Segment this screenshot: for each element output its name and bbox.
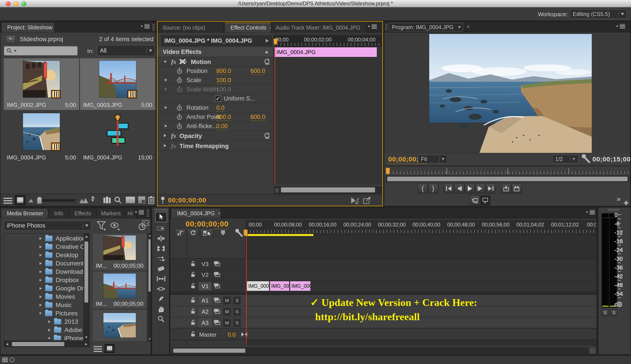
timeline-playhead-pin-icon[interactable] (243, 229, 248, 236)
bin-up-button[interactable]: ⬑ (6, 36, 15, 43)
panel-menu-button[interactable] (367, 24, 377, 29)
track-label[interactable]: A1 (199, 296, 211, 305)
play-audio-button[interactable] (350, 196, 360, 204)
mb-list-view-button[interactable] (94, 346, 102, 352)
thumbs-vscroll[interactable] (148, 233, 151, 342)
timeline-clip-3[interactable]: IMG_000 (290, 281, 311, 291)
panel-grip-icon[interactable] (608, 209, 620, 211)
program-ruler[interactable] (386, 166, 629, 175)
go-to-in-button[interactable] (444, 184, 454, 194)
tree-vscroll-thumb[interactable] (84, 241, 88, 303)
rotation-row[interactable]: Rotation 0.0 (158, 103, 382, 112)
panel-menu-button[interactable] (135, 210, 144, 214)
timeline-ruler[interactable]: 00;00 00;00;08;00 00;00;16;00 00;00;24;0… (246, 220, 596, 236)
timeline-clip-2[interactable]: IMG_000 (270, 281, 289, 291)
titlebar[interactable]: /Users/ryan/Desktop/Demo/DPS Athletics/V… (0, 0, 631, 8)
scroll-up-arrow[interactable] (85, 235, 88, 238)
zoom-tool[interactable] (152, 314, 170, 324)
list-view-button[interactable] (4, 197, 12, 204)
new-bin-button[interactable] (126, 197, 135, 203)
track-output-toggle[interactable] (213, 297, 221, 303)
tree-item-applications[interactable]: Applications (4, 235, 83, 242)
tree-item-documents[interactable]: Documents (4, 260, 83, 267)
panel-grip-icon[interactable] (155, 209, 168, 211)
lock-icon[interactable] (190, 261, 196, 267)
slip-tool[interactable] (152, 274, 170, 284)
track-output-toggle[interactable] (213, 271, 221, 278)
program-scrollbar-thumb[interactable] (387, 176, 628, 181)
tree-item-2013[interactable]: 2013 (4, 318, 83, 325)
tree-hscroll-thumb[interactable] (12, 342, 65, 346)
tree-item-downloads[interactable]: Downloads (4, 268, 83, 275)
media-type-button[interactable] (138, 220, 149, 230)
collapsed-icon[interactable] (165, 106, 167, 109)
fit-dropdown[interactable]: Fit (418, 154, 448, 164)
timeline-hscroll[interactable] (172, 348, 588, 354)
expand-icon[interactable] (40, 237, 42, 240)
expand-icon[interactable] (40, 304, 42, 306)
tree-item-google-drive[interactable]: Google Driv (4, 285, 83, 292)
minimize-window-button[interactable] (14, 1, 19, 6)
mute-button[interactable]: M (223, 319, 231, 326)
icon-view-button[interactable] (15, 195, 26, 205)
solo-button[interactable]: S (233, 319, 241, 326)
track-output-toggle[interactable] (213, 319, 221, 326)
collapsed-icon[interactable] (164, 144, 167, 147)
export-icon-button[interactable] (363, 196, 371, 204)
scroll-grip[interactable] (275, 188, 279, 192)
panel-menu-button[interactable] (585, 210, 595, 214)
zoom-window-button[interactable] (22, 1, 26, 6)
timeline-timecode[interactable]: 00;00;00;00 (186, 220, 229, 229)
comment-button[interactable] (480, 195, 490, 206)
meter-clip-indicator-left[interactable] (602, 214, 609, 218)
project-item-img0002[interactable]: IMG_0002.JPG5;00 (4, 58, 79, 110)
close-icon[interactable]: × (467, 24, 470, 30)
step-back-button[interactable] (454, 184, 464, 194)
work-area-bar[interactable] (247, 234, 314, 236)
tab-info[interactable]: Info (49, 208, 69, 218)
effects-clip-title-bar[interactable]: IMG_0004.JPG * IMG_0004.JPG (161, 35, 272, 46)
expand-icon[interactable] (40, 279, 42, 282)
sequence-marker-button[interactable] (187, 228, 199, 238)
video-effects-header[interactable]: Video Effects (158, 47, 274, 57)
solo-left-button[interactable]: S (601, 310, 609, 316)
program-source-dropdown[interactable]: Program: IMG_0004.JPG (389, 23, 463, 32)
track-output-toggle[interactable] (213, 260, 221, 267)
track-output-toggle[interactable] (213, 308, 221, 314)
effects-hscroll-track[interactable] (274, 186, 382, 194)
tab-media-browser[interactable]: Media Browser × (1, 208, 48, 218)
expand-icon[interactable] (40, 296, 42, 298)
playback-resolution-dropdown[interactable]: 1/2 (552, 154, 578, 164)
tree-item-desktop[interactable]: Desktop (4, 252, 83, 259)
expand-icon[interactable] (40, 287, 42, 290)
panel-menu-button[interactable] (140, 24, 150, 28)
tab-source[interactable]: Source: (no clips) (159, 22, 223, 33)
slide-tool[interactable] (152, 284, 170, 294)
lock-icon[interactable] (190, 283, 196, 289)
extract-button[interactable] (512, 184, 522, 194)
close-icon[interactable]: × (270, 25, 271, 31)
step-forward-button[interactable] (475, 184, 485, 194)
solo-right-button[interactable]: S (610, 310, 618, 316)
collapse-icon[interactable] (39, 312, 42, 314)
more-buttons-chevrons[interactable]: » (616, 194, 621, 203)
sort-button[interactable] (91, 196, 95, 202)
rotation-value[interactable]: 0.0 (216, 104, 225, 112)
uniform-scale-row[interactable]: ✓ Uniform S... (158, 94, 382, 103)
expand-icon[interactable] (48, 329, 50, 332)
collapsed-icon[interactable] (164, 134, 167, 137)
track-label[interactable]: A2 (199, 308, 211, 316)
button-editor-plus[interactable]: + (623, 198, 628, 208)
scroll-up-arrow[interactable] (148, 234, 152, 237)
tab-sequence[interactable]: IMG_0004.JPG × (171, 208, 221, 218)
play-button[interactable] (465, 184, 475, 194)
stopwatch-icon[interactable] (176, 77, 183, 84)
panel-grip-icon[interactable] (147, 209, 149, 216)
effects-clip-bar[interactable]: IMG_0004.JPG (274, 47, 377, 57)
close-icon[interactable]: × (47, 210, 48, 216)
expand-icon[interactable] (48, 320, 50, 323)
track-label[interactable]: A3 (199, 319, 211, 327)
track-output-toggle[interactable] (213, 282, 221, 289)
position-row[interactable]: Position 800.0 600.0 (158, 66, 382, 76)
zoom-in-icon[interactable] (79, 198, 89, 204)
